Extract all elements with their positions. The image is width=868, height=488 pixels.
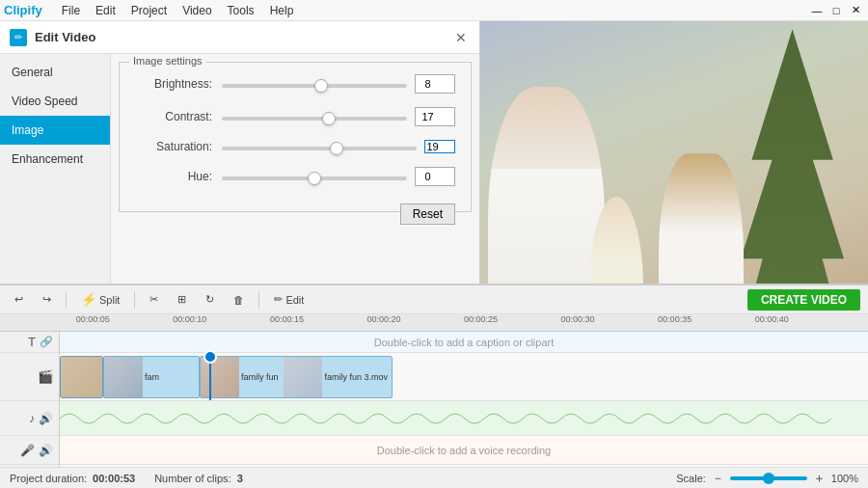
saturation-row: Saturation: — [135, 140, 455, 153]
audio-waveform — [60, 401, 868, 435]
minimize-button[interactable]: — — [808, 3, 826, 18]
clip-thumb-1 — [61, 356, 103, 398]
reset-button[interactable]: Reset — [400, 203, 455, 225]
nav-general[interactable]: General — [0, 58, 110, 87]
menu-tools[interactable]: Tools — [220, 3, 262, 18]
video-clip-3[interactable]: family fun family fun 3.mov — [200, 356, 393, 398]
menu-project[interactable]: Project — [123, 3, 175, 18]
tick-30: 00:00:30 — [561, 314, 595, 324]
clip-thumb-2 — [104, 356, 143, 398]
zoom-out-icon[interactable]: － — [712, 470, 724, 487]
saturation-slider[interactable] — [222, 147, 417, 150]
split-icon: ⚡ — [81, 292, 96, 307]
tracks-container: T 🔗 🎬 ♪ 🔊 🎤 🔊 Double-click to add a capt… — [0, 332, 868, 467]
brightness-label: Brightness: — [135, 77, 222, 91]
tick-40: 00:00:40 — [755, 314, 789, 324]
menu-video[interactable]: Video — [175, 3, 219, 18]
clip-thumb-3b — [284, 356, 322, 398]
duration-label: Project duration: — [10, 473, 87, 484]
saturation-slider-wrap — [222, 140, 417, 153]
mic-icon: 🎤 — [20, 444, 35, 457]
dialog-close-button[interactable]: ✕ — [452, 29, 470, 46]
hue-slider[interactable] — [222, 176, 407, 180]
rotate-button[interactable]: ↻ — [199, 290, 221, 309]
image-settings-group: Image settings Brightness: Contrast: — [119, 62, 472, 212]
video-clip-2[interactable]: fam — [103, 356, 200, 398]
playhead-handle[interactable] — [203, 350, 217, 364]
undo-button[interactable]: ↩ — [8, 290, 30, 309]
split-button[interactable]: ⚡ Split — [74, 289, 126, 310]
brightness-slider-wrap — [222, 77, 407, 91]
tick-20: 00:00:20 — [366, 314, 400, 324]
cut-button[interactable]: ✂ — [143, 290, 165, 309]
tick-25: 00:00:25 — [464, 314, 498, 324]
edit-label: Edit — [285, 294, 304, 306]
audio-track — [60, 401, 868, 436]
voice-track-label: 🎤 🔊 — [0, 436, 59, 465]
menu-help[interactable]: Help — [262, 3, 302, 18]
caption-track-label: T 🔗 — [0, 332, 59, 353]
maximize-button[interactable]: □ — [827, 3, 845, 18]
saturation-value-box — [424, 140, 455, 153]
tick-15: 00:00:15 — [270, 314, 304, 324]
tick-5: 00:00:05 — [76, 314, 110, 324]
brightness-input[interactable] — [415, 74, 455, 94]
voice-volume-icon[interactable]: 🔊 — [39, 444, 53, 457]
dialog-title-text: Edit Video — [35, 30, 95, 44]
hue-input[interactable] — [415, 167, 455, 186]
contrast-slider-wrap — [222, 110, 407, 123]
toolbar-separator-2 — [134, 291, 135, 309]
hue-row: Hue: — [135, 167, 455, 186]
crop-button[interactable]: ⊞ — [171, 290, 193, 309]
contrast-input[interactable] — [415, 107, 455, 126]
video-clip-1[interactable] — [60, 356, 103, 398]
voice-track[interactable]: Double-click to add a voice recording — [60, 436, 868, 465]
brightness-row: Brightness: — [135, 74, 455, 94]
saturation-input[interactable] — [425, 141, 454, 152]
menu-file[interactable]: File — [54, 3, 88, 18]
edit-icon: ✏ — [274, 293, 283, 306]
caption-track[interactable]: Double-click to add a caption or clipart — [60, 332, 868, 353]
window-controls: — □ ✕ — [808, 3, 864, 18]
nav-enhancement[interactable]: Enhancement — [0, 145, 110, 174]
contrast-row: Contrast: — [135, 107, 455, 126]
image-settings-title: Image settings — [129, 55, 206, 67]
clips-value: 3 — [237, 473, 243, 484]
audio-volume-icon[interactable]: 🔊 — [39, 412, 53, 425]
contrast-label: Contrast: — [135, 110, 222, 123]
zoom-in-icon[interactable]: ＋ — [813, 470, 826, 487]
timeline-toolbar: ↩ ↪ ⚡ Split ✂ ⊞ ↻ 🗑 ✏ Edit CREATE VIDEO — [0, 285, 868, 314]
text-icon: T — [28, 335, 36, 349]
brightness-slider[interactable] — [222, 84, 407, 88]
timeline-area: ↩ ↪ ⚡ Split ✂ ⊞ ↻ 🗑 ✏ Edit CREATE VIDEO … — [0, 284, 868, 467]
create-video-button[interactable]: CREATE VIDEO — [747, 289, 860, 311]
delete-button[interactable]: 🗑 — [227, 291, 251, 309]
menu-edit[interactable]: Edit — [88, 3, 123, 18]
audio-track-label: ♪ 🔊 — [0, 401, 59, 436]
scale-control: Scale: － ＋ 100% — [676, 470, 858, 487]
clip-filename: family fun 3.mov — [324, 372, 388, 382]
contrast-slider[interactable] — [222, 117, 407, 121]
clips-label: Number of clips: — [154, 473, 231, 484]
duration-value: 00:00:53 — [93, 473, 135, 484]
link-icon: 🔗 — [40, 336, 53, 348]
playhead[interactable] — [209, 353, 211, 400]
edit-button[interactable]: ✏ Edit — [267, 290, 311, 309]
timeline-ruler: 00:00:05 00:00:10 00:00:15 00:00:20 00:0… — [0, 314, 868, 332]
redo-button[interactable]: ↪ — [36, 290, 58, 309]
toolbar-separator-1 — [66, 291, 67, 309]
waveform-svg — [60, 401, 868, 435]
toolbar-separator-3 — [258, 291, 259, 309]
app-close-button[interactable]: ✕ — [847, 3, 864, 18]
video-camera-icon: 🎬 — [38, 369, 53, 384]
nav-image[interactable]: Image — [0, 116, 110, 145]
hue-label: Hue: — [135, 170, 222, 183]
tick-10: 00:00:10 — [173, 314, 206, 324]
scale-slider[interactable] — [730, 476, 807, 480]
menubar: Clipify File Edit Project Video Tools He… — [0, 0, 868, 21]
music-icon: ♪ — [29, 412, 35, 425]
nav-video-speed[interactable]: Video Speed — [0, 87, 110, 116]
clip-label-2: fam — [145, 372, 159, 382]
tick-35: 00:00:35 — [658, 314, 692, 324]
scale-label: Scale: — [676, 473, 706, 484]
